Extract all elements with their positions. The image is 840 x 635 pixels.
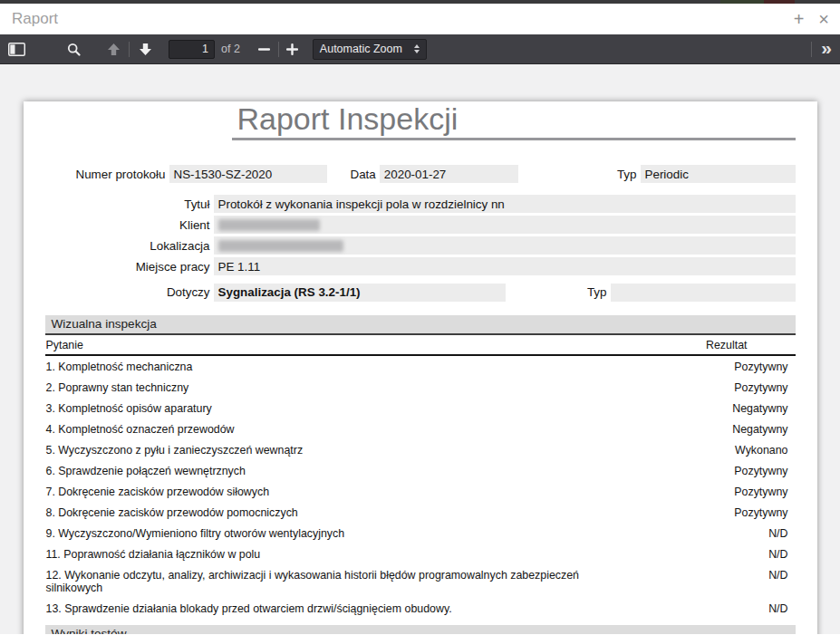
question-cell: 9. Wyczyszczono/Wymieniono filtry otworó… <box>46 527 641 540</box>
question-cell: 5. Wyczyszczono z pyłu i zanieczyszczeń … <box>46 444 641 457</box>
table-row: 7. Dokręcenie zacisków przewodów siłowyc… <box>45 481 796 502</box>
plus-icon <box>286 43 298 55</box>
double-chevron-icon: » <box>821 37 832 58</box>
meta-row-concerns: Dotyczy Sygnalizacja (RS 3.2-1/1) Typ <box>45 283 796 302</box>
page-down-button[interactable] <box>133 38 157 60</box>
pdf-toolbar: of 2 Automatic Zoom » <box>0 34 840 64</box>
top-strip-red-segment <box>764 0 795 4</box>
sidebar-toggle-icon <box>8 43 25 56</box>
zoom-out-button[interactable] <box>255 38 275 60</box>
zoom-select-label: Automatic Zoom <box>320 43 402 55</box>
result-cell: N/D <box>641 548 795 561</box>
field-label-client: Klient <box>45 218 210 232</box>
question-cell: 3. Kompletność opisów aparatury <box>46 402 641 415</box>
sidebar-toggle-button[interactable] <box>5 38 28 60</box>
arrow-up-icon <box>107 43 121 56</box>
field-label-type: Typ <box>617 168 637 181</box>
redacted-value <box>218 219 320 231</box>
page-up-button[interactable] <box>101 38 125 60</box>
meta-row-client: Klient <box>45 216 796 234</box>
table-row: 2. Poprawny stan techniczny Pozytywny <box>45 377 796 398</box>
window-plus-button[interactable]: + <box>794 10 805 28</box>
column-header-result: Rezultat <box>641 339 795 351</box>
section-heading-test-results: Wyniki testów <box>45 625 796 634</box>
table-row: 11. Poprawność działania łączników w pol… <box>45 544 796 564</box>
meta-row-workplace: Miejsce pracy PE 1.11 <box>45 257 796 275</box>
toolbar-separator <box>129 42 130 57</box>
question-cell: 11. Poprawność działania łączników w pol… <box>46 548 641 561</box>
result-cell: Pozytywny <box>641 381 795 394</box>
field-value-title: Protokół z wykonania inspekcji pola w ro… <box>214 195 796 213</box>
result-cell: Pozytywny <box>641 506 795 519</box>
more-tools-button[interactable]: » <box>821 37 832 59</box>
dropdown-arrows-icon <box>414 44 420 53</box>
top-strip-green-segment <box>720 0 764 4</box>
field-value-protocol: NS-1530-SZ-2020 <box>169 165 327 183</box>
question-cell: 13. Sprawdzenie działania blokady przed … <box>46 602 641 615</box>
table-row: 6. Sprawdzenie połączeń wewnętrznych Poz… <box>45 460 796 481</box>
field-value-workplace: PE 1.11 <box>214 257 796 275</box>
table-row: 5. Wyczyszczono z pyłu i zanieczyszczeń … <box>45 439 796 460</box>
table-row: 1. Kompletność mechaniczna Pozytywny <box>45 356 796 377</box>
field-label-workplace: Miejsce pracy <box>45 260 210 274</box>
field-label-protocol: Numer protokołu <box>45 168 166 181</box>
find-button[interactable] <box>62 38 85 60</box>
field-label-concerns: Dotyczy <box>45 285 210 299</box>
column-header-question: Pytanie <box>46 339 641 351</box>
result-cell: Pozytywny <box>641 486 795 498</box>
question-cell: 12. Wykonanie odczytu, analizy, archiwiz… <box>46 569 641 594</box>
question-cell: 7. Dokręcenie zacisków przewodów siłowyc… <box>46 486 641 498</box>
inspection-table-header: Pytanie Rezultat <box>45 335 796 356</box>
field-label-date: Data <box>351 168 376 181</box>
meta-row-title: Tytuł Protokół z wykonania inspekcji pol… <box>45 195 796 213</box>
page-number-input[interactable] <box>169 40 215 59</box>
page-count-label: of 2 <box>221 43 240 55</box>
minus-icon <box>258 43 270 55</box>
doc-title-underline <box>232 138 796 140</box>
question-cell: 2. Poprawny stan techniczny <box>46 381 641 394</box>
table-row: 4. Kompletność oznaczeń przewodów Negaty… <box>45 419 796 439</box>
field-value-concerns: Sygnalizacja (RS 3.2-1/1) <box>214 284 506 302</box>
arrow-down-icon <box>139 43 152 56</box>
table-row: 8. Dokręcenie zacisków przewodów pomocni… <box>45 502 796 523</box>
field-value-client <box>214 216 796 234</box>
field-value-location <box>214 236 796 255</box>
result-cell: Negatywny <box>641 423 795 436</box>
meta-row-protocol: Numer protokołu NS-1530-SZ-2020 Data 202… <box>45 165 796 183</box>
toolbar-separator <box>811 42 812 57</box>
result-cell: Negatywny <box>641 402 795 415</box>
doc-meta: Numer protokołu NS-1530-SZ-2020 Data 202… <box>45 165 796 302</box>
zoom-in-button[interactable] <box>283 38 303 60</box>
field-label-location: Lokalizacja <box>45 239 210 253</box>
field-label-title: Tytuł <box>45 197 210 211</box>
top-strip <box>0 0 840 4</box>
result-cell: N/D <box>641 569 795 594</box>
table-row: 9. Wyczyszczono/Wymieniono filtry otworó… <box>45 523 796 544</box>
window-close-button[interactable]: × <box>818 10 829 28</box>
result-cell: Wykonano <box>641 444 795 457</box>
result-cell: N/D <box>641 527 795 540</box>
field-value-date: 2020-01-27 <box>380 165 518 183</box>
pdf-viewer[interactable]: Raport Inspekcji Numer protokołu NS-1530… <box>0 64 840 634</box>
question-cell: 8. Dokręcenie zacisków przewodów pomocni… <box>46 506 641 519</box>
result-cell: N/D <box>641 602 795 615</box>
window-title: Raport <box>12 10 58 28</box>
redacted-value <box>218 240 343 252</box>
field-value-type2 <box>611 284 796 302</box>
toolbar-separator <box>278 42 279 57</box>
table-row: 12. Wykonanie odczytu, analizy, archiwiz… <box>45 564 796 598</box>
meta-row-location: Lokalizacja <box>45 236 796 255</box>
doc-title: Raport Inspekcji <box>237 101 796 136</box>
field-value-type: Periodic <box>641 165 796 183</box>
zoom-select[interactable]: Automatic Zoom <box>313 39 427 60</box>
result-cell: Pozytywny <box>641 465 795 477</box>
result-cell: Pozytywny <box>641 361 795 373</box>
section-heading-visual-inspection: Wizualna inspekcja <box>45 315 796 335</box>
question-cell: 1. Kompletność mechaniczna <box>46 361 641 373</box>
question-cell: 6. Sprawdzenie połączeń wewnętrznych <box>46 465 641 477</box>
question-cell: 4. Kompletność oznaczeń przewodów <box>46 423 641 436</box>
table-row: 13. Sprawdzenie działania blokady przed … <box>45 598 796 619</box>
field-label-type2: Typ <box>587 285 607 299</box>
table-row: 3. Kompletność opisów aparatury Negatywn… <box>45 398 796 419</box>
pdf-page: Raport Inspekcji Numer protokołu NS-1530… <box>24 101 817 634</box>
